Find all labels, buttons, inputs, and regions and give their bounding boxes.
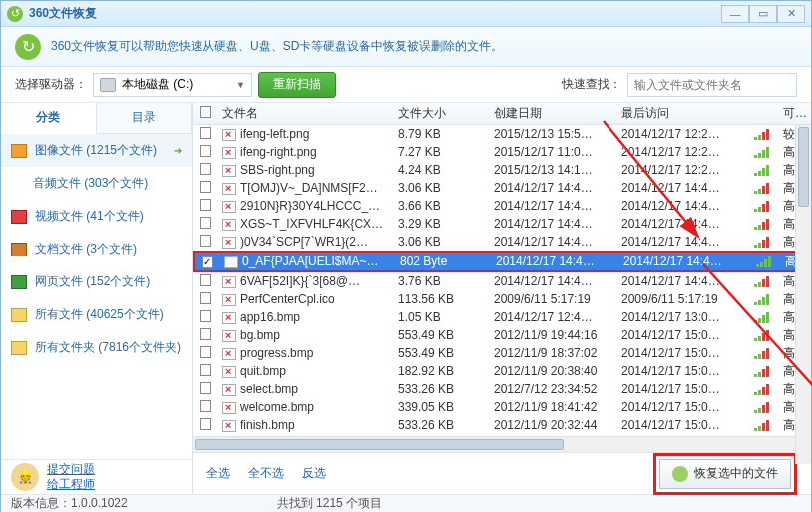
support-box: 👷 提交问题 给工程师	[1, 459, 192, 494]
file-accessed: 2014/12/17 14:4…	[617, 199, 745, 213]
row-checkbox[interactable]	[200, 217, 211, 229]
signal-icon	[754, 420, 770, 431]
file-accessed: 2014/12/17 14:4…	[619, 255, 747, 268]
table-row[interactable]: ✓0_AF{PJAA[UELI$MA~…802 Byte2014/12/17 1…	[193, 251, 811, 272]
to-engineer-link[interactable]: 给工程师	[47, 477, 95, 492]
sidebar-item-label: 文档文件 (3个文件)	[35, 241, 137, 257]
app-icon: ↺	[7, 6, 23, 22]
table-row[interactable]: ifeng-right.png7.27 KB2015/12/17 11:0…20…	[193, 143, 811, 161]
table-row[interactable]: welcome.bmp339.05 KB2012/11/9 18:41:4220…	[193, 398, 811, 416]
table-row[interactable]: PerfCenterCpl.ico113.56 KB2009/6/11 5:17…	[193, 290, 811, 308]
toolbar: 选择驱动器： 本地磁盘 (C:) ▼ 重新扫描 快速查找：	[1, 67, 811, 103]
file-list-area: 文件名 文件大小 创建日期 最后访问 可恢复性 ifeng-left.png8.…	[193, 103, 811, 494]
col-accessed[interactable]: 最后访问	[617, 105, 745, 122]
sidebar-item-audio[interactable]: 音频文件 (303个文件)	[1, 167, 192, 200]
row-checkbox[interactable]	[200, 418, 211, 430]
row-checkbox[interactable]	[200, 382, 211, 394]
file-size: 3.06 KB	[394, 235, 490, 249]
col-check[interactable]	[193, 106, 218, 121]
sidebar-item-folder[interactable]: 所有文件 (40625个文件)	[1, 298, 192, 331]
file-icon	[222, 348, 236, 360]
file-created: 2014/12/17 14:4…	[490, 274, 617, 288]
invert-selection-link[interactable]: 反选	[302, 465, 326, 482]
drive-select[interactable]: 本地磁盘 (C:) ▼	[93, 73, 252, 97]
table-row[interactable]: XGS~T_IXFVHLF4K{CX…3.29 KB2014/12/17 14:…	[193, 215, 811, 233]
recover-label: 恢复选中的文件	[694, 465, 778, 482]
tab-category[interactable]: 分类	[1, 103, 97, 134]
table-row[interactable]: 6VAF[52I]K}{`3[68@…3.76 KB2014/12/17 14:…	[193, 272, 811, 290]
web-icon	[11, 275, 27, 289]
row-checkbox[interactable]	[200, 346, 211, 358]
row-checkbox[interactable]	[200, 181, 211, 193]
table-row[interactable]: T[OMJ)V~_DA]NMS[F2…3.06 KB2014/12/17 14:…	[193, 179, 811, 197]
file-size: 802 Byte	[396, 255, 492, 268]
horizontal-scrollbar[interactable]	[193, 436, 811, 452]
file-icon	[222, 276, 236, 288]
col-name[interactable]: 文件名	[218, 105, 394, 122]
table-row[interactable]: ifeng-left.png8.79 KB2015/12/13 15:5…201…	[193, 125, 811, 143]
select-none-link[interactable]: 全不选	[248, 465, 284, 482]
file-icon	[222, 402, 236, 414]
row-checkbox[interactable]	[200, 127, 211, 139]
file-created: 2009/6/11 5:17:19	[490, 292, 617, 306]
table-row[interactable]: quit.bmp182.92 KB2012/11/9 20:38:402014/…	[193, 362, 811, 380]
minimize-button[interactable]: —	[721, 5, 749, 23]
drive-icon	[100, 78, 116, 92]
file-icon	[222, 312, 236, 324]
signal-icon	[754, 312, 770, 323]
row-checkbox[interactable]	[200, 292, 211, 304]
file-accessed: 2014/12/17 12:2…	[617, 163, 745, 177]
table-row[interactable]: 2910N}R}30Y4LHCCC_…3.66 KB2014/12/17 14:…	[193, 197, 811, 215]
sidebar-item-video[interactable]: 视频文件 (41个文件)	[1, 200, 192, 233]
file-size: 553.49 KB	[394, 346, 490, 360]
sidebar-item-web[interactable]: 网页文件 (152个文件)	[1, 265, 192, 298]
row-checkbox[interactable]: ✓	[202, 256, 213, 268]
table-row[interactable]: select.bmp533.26 KB2012/7/12 23:34:52201…	[193, 380, 811, 398]
col-recoverability-label[interactable]: 可恢复性	[779, 105, 807, 122]
col-created[interactable]: 创建日期	[490, 105, 617, 122]
drive-label: 选择驱动器：	[15, 76, 87, 93]
rescan-button[interactable]: 重新扫描	[258, 72, 336, 98]
sidebar-item-img[interactable]: 图像文件 (1215个文件)➔	[1, 134, 192, 167]
signal-icon	[754, 129, 770, 140]
maximize-button[interactable]: ▭	[749, 5, 777, 23]
sidebar-item-label: 图像文件 (1215个文件)	[35, 142, 157, 159]
col-size[interactable]: 文件大小	[394, 105, 490, 122]
file-size: 533.26 KB	[394, 382, 490, 396]
file-icon	[222, 384, 236, 396]
row-checkbox[interactable]	[200, 328, 211, 340]
row-checkbox[interactable]	[200, 274, 211, 286]
submit-issue-link[interactable]: 提交问题	[47, 462, 95, 477]
file-accessed: 2014/12/17 13:0…	[617, 310, 745, 324]
search-input[interactable]	[627, 73, 797, 97]
close-button[interactable]: ✕	[777, 5, 805, 23]
row-checkbox[interactable]	[200, 364, 211, 376]
table-row[interactable]: bg.bmp553.49 KB2012/11/9 19:44:162014/12…	[193, 326, 811, 344]
table-row[interactable]: )0V34`SCP[7`WR1}(2…3.06 KB2014/12/17 14:…	[193, 233, 811, 251]
table-row[interactable]: finish.bmp533.26 KB2012/11/9 20:32:44201…	[193, 416, 811, 434]
signal-icon	[754, 183, 770, 194]
signal-icon	[754, 276, 770, 287]
table-row[interactable]: progress.bmp553.49 KB2012/11/9 18:37:022…	[193, 344, 811, 362]
file-size: 7.27 KB	[394, 145, 490, 159]
file-name: bg.bmp	[240, 328, 280, 342]
table-row[interactable]: app16.bmp1.05 KB2014/12/17 12:4…2014/12/…	[193, 308, 811, 326]
row-checkbox[interactable]	[200, 400, 211, 412]
sidebar-item-folder[interactable]: 所有文件夹 (7816个文件夹)	[1, 331, 192, 364]
recover-button[interactable]: 恢复选中的文件	[659, 459, 791, 489]
row-checkbox[interactable]	[200, 145, 211, 157]
row-checkbox[interactable]	[200, 310, 211, 322]
recover-highlight: 恢复选中的文件	[653, 453, 797, 495]
signal-icon	[754, 201, 770, 212]
select-all-link[interactable]: 全选	[206, 465, 230, 482]
sidebar-item-doc[interactable]: 文档文件 (3个文件)	[1, 233, 192, 265]
status-bar: 版本信息：1.0.0.1022 共找到 1215 个项目	[1, 494, 811, 512]
tab-directory[interactable]: 目录	[97, 103, 193, 133]
row-checkbox[interactable]	[200, 235, 211, 247]
file-accessed: 2014/12/17 15:0…	[617, 418, 745, 432]
row-checkbox[interactable]	[200, 199, 211, 211]
table-row[interactable]: SBS-right.png4.24 KB2015/12/13 14:1…2014…	[193, 161, 811, 179]
row-checkbox[interactable]	[200, 163, 211, 175]
vertical-scrollbar[interactable]	[795, 125, 811, 464]
signal-icon	[754, 294, 770, 305]
